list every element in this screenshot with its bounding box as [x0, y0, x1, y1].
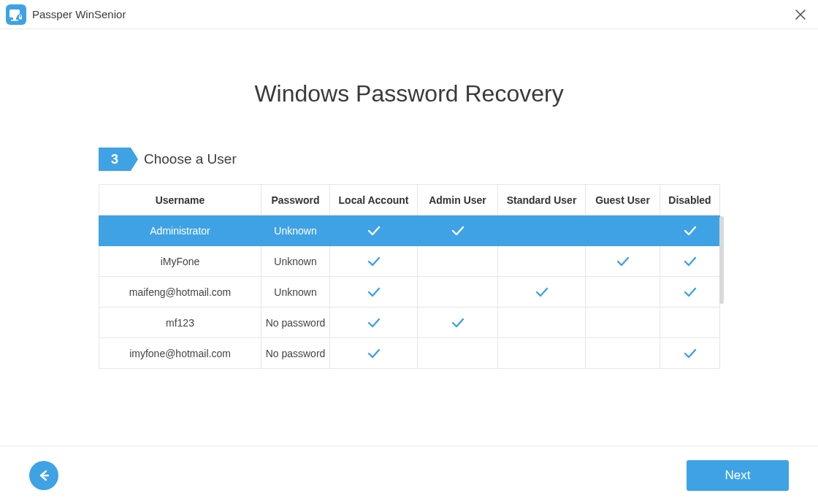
- col-local: Local Account: [330, 185, 418, 215]
- table-header-row: Username Password Local Account Admin Us…: [99, 185, 720, 215]
- cell-standard: [498, 246, 586, 277]
- check-icon: [367, 287, 381, 297]
- col-username: Username: [99, 185, 261, 215]
- back-button[interactable]: [29, 461, 58, 490]
- table-row[interactable]: AdministratorUnknown: [99, 215, 720, 246]
- check-icon: [616, 256, 630, 267]
- app-icon: [6, 4, 26, 25]
- cell-disabled: [660, 215, 720, 246]
- cell-password: No password: [261, 338, 330, 369]
- check-icon: [535, 287, 548, 297]
- check-icon: [684, 226, 697, 236]
- titlebar-left: Passper WinSenior: [6, 4, 126, 25]
- cell-standard: [498, 308, 586, 338]
- table-row[interactable]: imyfone@hotmail.comNo password: [99, 338, 720, 369]
- cell-guest: [586, 246, 660, 277]
- page-title: Windows Password Recovery: [254, 80, 563, 107]
- cell-admin: [418, 308, 498, 338]
- cell-username: imyfone@hotmail.com: [99, 338, 261, 369]
- col-disabled: Disabled: [660, 185, 720, 215]
- titlebar: Passper WinSenior: [0, 0, 818, 29]
- cell-username: maifeng@hotmail.com: [99, 277, 261, 308]
- cell-password: Unknown: [261, 246, 330, 277]
- svg-rect-2: [13, 18, 16, 20]
- table-row[interactable]: maifeng@hotmail.comUnknown: [99, 277, 720, 308]
- cell-password: Unknown: [261, 215, 330, 246]
- cell-admin: [418, 215, 498, 246]
- col-guest: Guest User: [586, 185, 660, 215]
- cell-password: No password: [261, 308, 330, 338]
- cell-disabled: [660, 308, 720, 338]
- check-icon: [367, 256, 381, 267]
- cell-disabled: [660, 338, 720, 369]
- check-icon: [684, 287, 697, 297]
- check-icon: [367, 348, 381, 359]
- step-label: Choose a User: [144, 151, 237, 167]
- col-admin: Admin User: [418, 185, 498, 215]
- check-icon: [451, 226, 465, 236]
- cell-standard: [498, 338, 586, 369]
- arrow-left-icon: [37, 468, 51, 483]
- user-table-wrap: Username Password Local Account Admin Us…: [99, 184, 719, 369]
- svg-rect-3: [11, 20, 18, 21]
- cell-password: Unknown: [261, 277, 330, 308]
- cell-guest: [586, 338, 660, 369]
- user-table: Username Password Local Account Admin Us…: [99, 184, 720, 369]
- cell-standard: [498, 277, 586, 308]
- cell-admin: [418, 277, 498, 308]
- check-icon: [367, 226, 381, 236]
- cell-username: mf123: [99, 308, 261, 338]
- step-number-badge: 3: [99, 148, 131, 171]
- check-icon: [684, 348, 697, 359]
- check-icon: [367, 318, 381, 328]
- cell-admin: [418, 338, 498, 369]
- col-password: Password: [261, 185, 330, 215]
- cell-local: [330, 277, 418, 308]
- svg-rect-5: [19, 17, 22, 20]
- close-icon: [795, 9, 806, 20]
- table-row[interactable]: iMyFoneUnknown: [99, 246, 720, 277]
- cell-username: iMyFone: [99, 246, 261, 277]
- cell-admin: [418, 246, 498, 277]
- check-icon: [451, 318, 465, 328]
- next-button[interactable]: Next: [687, 460, 789, 491]
- main-content: Windows Password Recovery 3 Choose a Use…: [0, 29, 818, 446]
- table-row[interactable]: mf123No password: [99, 308, 720, 338]
- cell-guest: [586, 277, 660, 308]
- scrollbar-track[interactable]: [719, 216, 724, 348]
- cell-local: [330, 215, 418, 246]
- cell-local: [330, 246, 418, 277]
- cell-local: [330, 338, 418, 369]
- scrollbar-thumb[interactable]: [719, 216, 724, 304]
- app-title: Passper WinSenior: [32, 8, 126, 20]
- footer: Next: [0, 446, 818, 504]
- cell-disabled: [660, 246, 720, 277]
- cell-guest: [586, 215, 660, 246]
- cell-local: [330, 308, 418, 338]
- cell-guest: [586, 308, 660, 338]
- cell-standard: [498, 215, 586, 246]
- step-indicator: 3 Choose a User: [99, 148, 719, 171]
- cell-username: Administrator: [99, 215, 261, 246]
- check-icon: [684, 256, 697, 267]
- col-standard: Standard User: [498, 185, 586, 215]
- close-button[interactable]: [789, 3, 812, 26]
- cell-disabled: [660, 277, 720, 308]
